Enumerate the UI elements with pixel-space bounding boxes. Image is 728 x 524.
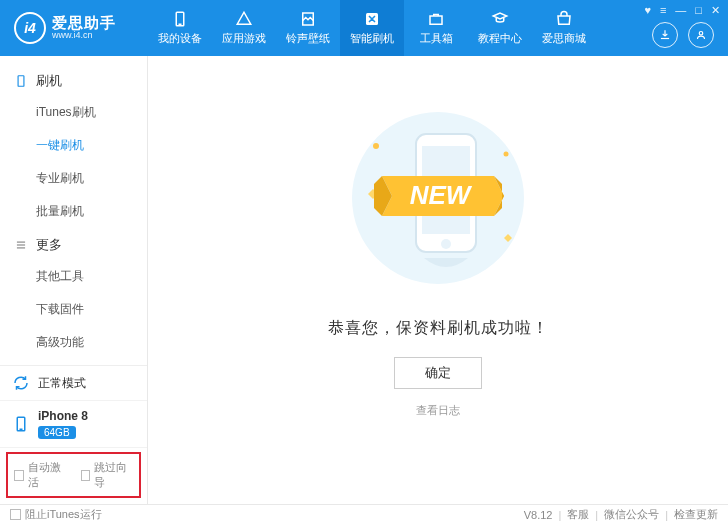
nav-ringtones[interactable]: 铃声壁纸 — [276, 0, 340, 56]
success-illustration: NEW — [328, 98, 548, 298]
nav-toolbox[interactable]: 工具箱 — [404, 0, 468, 56]
download-icon — [658, 28, 672, 42]
nav-apps[interactable]: 应用游戏 — [212, 0, 276, 56]
phone-outline-icon — [14, 74, 28, 88]
confirm-button[interactable]: 确定 — [394, 357, 482, 389]
top-nav: 我的设备 应用游戏 铃声壁纸 智能刷机 工具箱 教程中心 爱思商城 — [148, 0, 596, 56]
wallpaper-icon — [299, 10, 317, 28]
view-log-link[interactable]: 查看日志 — [416, 403, 460, 418]
svg-point-5 — [699, 32, 703, 36]
app-header: i4 爱思助手 www.i4.cn 我的设备 应用游戏 铃声壁纸 智能刷机 工具… — [0, 0, 728, 56]
sidebar-group-more: 更多 — [0, 228, 147, 260]
app-url: www.i4.cn — [52, 31, 116, 41]
mode-row[interactable]: 正常模式 — [0, 366, 147, 401]
window-controls: ♥ ≡ — □ ✕ — [644, 4, 720, 17]
toolbox-icon — [427, 10, 445, 28]
download-button[interactable] — [652, 22, 678, 48]
sidebar-item-download-firmware[interactable]: 下载固件 — [0, 293, 147, 326]
success-message: 恭喜您，保资料刷机成功啦！ — [328, 318, 549, 339]
svg-rect-4 — [430, 16, 442, 24]
user-icon — [694, 28, 708, 42]
logo-icon: i4 — [14, 12, 46, 44]
app-logo: i4 爱思助手 www.i4.cn — [0, 12, 148, 44]
minimize-icon[interactable]: — — [675, 4, 686, 17]
nav-flash[interactable]: 智能刷机 — [340, 0, 404, 56]
storage-badge: 64GB — [38, 426, 76, 439]
maximize-icon[interactable]: □ — [695, 4, 702, 17]
nav-my-device[interactable]: 我的设备 — [148, 0, 212, 56]
status-bar: 阻止iTunes运行 V8.12 | 客服 | 微信公众号 | 检查更新 — [0, 504, 728, 524]
svg-point-14 — [504, 152, 509, 157]
footer-link-update[interactable]: 检查更新 — [674, 507, 718, 522]
device-row[interactable]: iPhone 8 64GB — [0, 401, 147, 448]
flash-options: 自动激活 跳过向导 — [6, 452, 141, 498]
auto-activate-checkbox[interactable]: 自动激活 — [14, 460, 67, 490]
main-content: NEW 恭喜您，保资料刷机成功啦！ 确定 查看日志 — [148, 56, 728, 504]
svg-point-13 — [373, 143, 379, 149]
sidebar-item-other-tools[interactable]: 其他工具 — [0, 260, 147, 293]
sidebar-item-pro-flash[interactable]: 专业刷机 — [0, 162, 147, 195]
device-icon — [12, 415, 30, 433]
phone-icon — [171, 10, 189, 28]
block-itunes-checkbox[interactable]: 阻止iTunes运行 — [10, 507, 102, 522]
sidebar-group-flash: 刷机 — [0, 64, 147, 96]
app-title: 爱思助手 — [52, 15, 116, 32]
illus-text: NEW — [410, 180, 473, 210]
footer-link-support[interactable]: 客服 — [567, 507, 589, 522]
close-icon[interactable]: ✕ — [711, 4, 720, 17]
nav-store[interactable]: 爱思商城 — [532, 0, 596, 56]
svg-point-17 — [441, 239, 451, 249]
menu-icon[interactable]: ♥ — [644, 4, 651, 17]
sidebar-item-itunes-flash[interactable]: iTunes刷机 — [0, 96, 147, 129]
store-icon — [555, 10, 573, 28]
sidebar: 刷机 iTunes刷机 一键刷机 专业刷机 批量刷机 更多 其他工具 下载固件 … — [0, 56, 148, 504]
tutorial-icon — [491, 10, 509, 28]
sidebar-item-advanced[interactable]: 高级功能 — [0, 326, 147, 359]
skip-guide-checkbox[interactable]: 跳过向导 — [81, 460, 134, 490]
svg-rect-6 — [18, 76, 24, 87]
user-button[interactable] — [688, 22, 714, 48]
sidebar-item-oneclick-flash[interactable]: 一键刷机 — [0, 129, 147, 162]
refresh-icon — [12, 374, 30, 392]
list-icon — [14, 238, 28, 252]
flash-icon — [363, 10, 381, 28]
settings-icon[interactable]: ≡ — [660, 4, 666, 17]
device-name: iPhone 8 — [38, 409, 88, 423]
nav-tutorials[interactable]: 教程中心 — [468, 0, 532, 56]
sidebar-item-batch-flash[interactable]: 批量刷机 — [0, 195, 147, 228]
footer-link-wechat[interactable]: 微信公众号 — [604, 507, 659, 522]
apps-icon — [235, 10, 253, 28]
version-label: V8.12 — [524, 509, 553, 521]
